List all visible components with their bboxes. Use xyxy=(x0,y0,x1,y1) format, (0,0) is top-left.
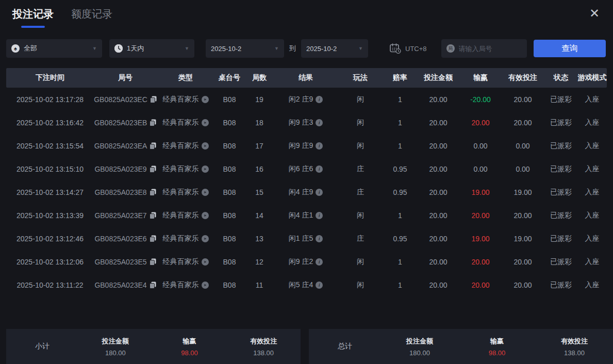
result-value: 闲5 庄4 xyxy=(289,280,313,290)
bet-time: 2025-10-02 13:12:46 xyxy=(6,235,94,243)
odds: 1 xyxy=(384,281,417,289)
bet-time: 2025-10-02 13:17:28 xyxy=(6,95,94,104)
round-no: 12 xyxy=(244,258,274,266)
video-icon[interactable] xyxy=(202,96,209,103)
total-valid-label: 有效投注 xyxy=(536,337,613,346)
win-loss: 0.00 xyxy=(460,165,501,173)
bet-time: 2025-10-02 13:14:27 xyxy=(6,188,94,196)
video-icon[interactable] xyxy=(202,212,209,219)
game-type-cell: 经典百家乐 xyxy=(157,164,214,174)
info-icon[interactable]: i xyxy=(316,212,323,219)
info-icon[interactable]: i xyxy=(316,258,323,266)
game-type-value: 全部 xyxy=(24,44,37,53)
game-id: GB0825A023E7 xyxy=(94,211,146,220)
result-value: 闲9 庄3 xyxy=(289,118,313,127)
copy-icon[interactable] xyxy=(150,235,156,242)
game-id: GB0825A023EC xyxy=(94,95,147,104)
video-icon[interactable] xyxy=(202,119,209,126)
date-to-value: 2025-10-2 xyxy=(306,45,337,53)
col-header-mode: 游戏模式 xyxy=(577,73,607,82)
video-icon[interactable] xyxy=(202,166,209,173)
round-no: 19 xyxy=(244,95,274,104)
round-search-input[interactable] xyxy=(459,45,516,53)
copy-icon[interactable] xyxy=(150,258,156,266)
tab-quota-records[interactable]: 额度记录 xyxy=(71,7,112,21)
valid-bet: 0.00 xyxy=(501,165,544,173)
game-id-cell: GB0825A023E4 xyxy=(94,281,157,289)
odds: 0.95 xyxy=(384,188,417,196)
table-body: 2025-10-02 13:17:28 GB0825A023EC 经典百家乐 B… xyxy=(6,88,607,309)
query-button[interactable]: 查询 xyxy=(534,40,606,57)
round-no: 11 xyxy=(244,281,274,289)
subtotal-bet-label: 投注金额 xyxy=(78,337,153,346)
info-icon[interactable]: i xyxy=(316,189,323,196)
timezone-label: UTC+8 xyxy=(405,45,427,53)
table-no: B08 xyxy=(214,165,244,173)
bet-amount: 20.00 xyxy=(417,258,460,266)
valid-bet: 0.00 xyxy=(501,142,544,150)
copy-icon[interactable] xyxy=(150,282,156,289)
game-type-cell: 经典百家乐 xyxy=(157,211,214,220)
video-icon[interactable] xyxy=(202,258,209,266)
close-icon[interactable]: ✕ xyxy=(586,7,603,20)
chevron-down-icon: ▼ xyxy=(354,46,363,51)
bet-time: 2025-10-02 13:15:54 xyxy=(6,142,94,150)
total-bet-value: 180.00 xyxy=(381,349,458,357)
status: 已派彩 xyxy=(544,188,577,197)
copy-icon[interactable] xyxy=(150,166,156,173)
date-to-picker[interactable]: 2025-10-2 ▼ xyxy=(301,39,368,58)
copy-icon[interactable] xyxy=(150,189,156,196)
table-no: B08 xyxy=(214,235,244,243)
bet-amount: 20.00 xyxy=(417,165,460,173)
bet-records-table: 下注时间 局号 类型 桌台号 局数 结果 玩法 赔率 投注金额 输赢 有效投注 … xyxy=(6,68,607,309)
time-range-dropdown[interactable]: 1天内 ▼ xyxy=(109,39,194,58)
status: 已派彩 xyxy=(544,234,577,243)
game-type-cell: 经典百家乐 xyxy=(157,188,214,197)
round-number-icon: 局 xyxy=(446,44,455,53)
game-id: GB0825A023E4 xyxy=(94,281,146,289)
col-header-status: 状态 xyxy=(544,73,577,82)
copy-icon[interactable] xyxy=(150,119,156,126)
info-icon[interactable]: i xyxy=(316,96,323,103)
result-value: 闲9 庄9 xyxy=(289,141,313,151)
copy-icon[interactable] xyxy=(150,96,157,103)
video-icon[interactable] xyxy=(202,282,209,289)
table-no: B08 xyxy=(214,258,244,266)
game-type: 经典百家乐 xyxy=(163,164,199,174)
subtotal-valid-group: 有效投注 138.00 xyxy=(226,337,301,357)
info-icon[interactable]: i xyxy=(316,282,323,289)
video-icon[interactable] xyxy=(202,235,209,242)
odds: 1 xyxy=(384,95,417,104)
info-icon[interactable]: i xyxy=(316,119,323,126)
result-cell: 闲9 庄2 i xyxy=(274,257,337,267)
table-row: 2025-10-02 13:12:06 GB0825A023E5 经典百家乐 B… xyxy=(6,250,607,273)
date-from-value: 2025-10-2 xyxy=(211,45,241,53)
chevron-down-icon: ▼ xyxy=(270,46,279,51)
game-type-dropdown[interactable]: ♠ 全部 ▼ xyxy=(6,39,102,58)
tab-bet-records[interactable]: 投注记录 xyxy=(12,7,54,28)
bet-time: 2025-10-02 13:13:39 xyxy=(6,211,94,220)
subtotal-valid-value: 138.00 xyxy=(226,349,301,357)
table-row: 2025-10-02 13:14:27 GB0825A023E8 经典百家乐 B… xyxy=(6,180,607,204)
win-loss: -20.00 xyxy=(460,95,501,104)
result-cell: 闲5 庄4 i xyxy=(274,280,337,290)
date-from-picker[interactable]: 2025-10-2 ▼ xyxy=(206,39,284,58)
game-mode: 入座 xyxy=(577,188,607,197)
copy-icon[interactable] xyxy=(150,212,156,219)
col-header-play: 玩法 xyxy=(337,73,384,82)
info-icon[interactable]: i xyxy=(316,235,323,242)
video-icon[interactable] xyxy=(202,142,209,150)
valid-bet: 20.00 xyxy=(501,281,544,289)
info-icon[interactable]: i xyxy=(316,166,323,173)
round-no: 15 xyxy=(244,188,274,196)
win-loss: 20.00 xyxy=(460,258,501,266)
filter-bar: ♠ 全部 ▼ 1天内 ▼ 2025-10-2 ▼ 到 2025-10-2 ▼ U… xyxy=(6,39,606,58)
game-type: 经典百家乐 xyxy=(163,211,199,220)
total-label: 总计 xyxy=(309,342,381,351)
info-icon[interactable]: i xyxy=(316,142,323,150)
total-win-label: 输赢 xyxy=(458,337,536,346)
copy-icon[interactable] xyxy=(150,142,156,150)
video-icon[interactable] xyxy=(202,189,209,196)
game-id: GB0825A023E9 xyxy=(94,165,146,173)
total-win-group: 输赢 98.00 xyxy=(458,337,536,357)
